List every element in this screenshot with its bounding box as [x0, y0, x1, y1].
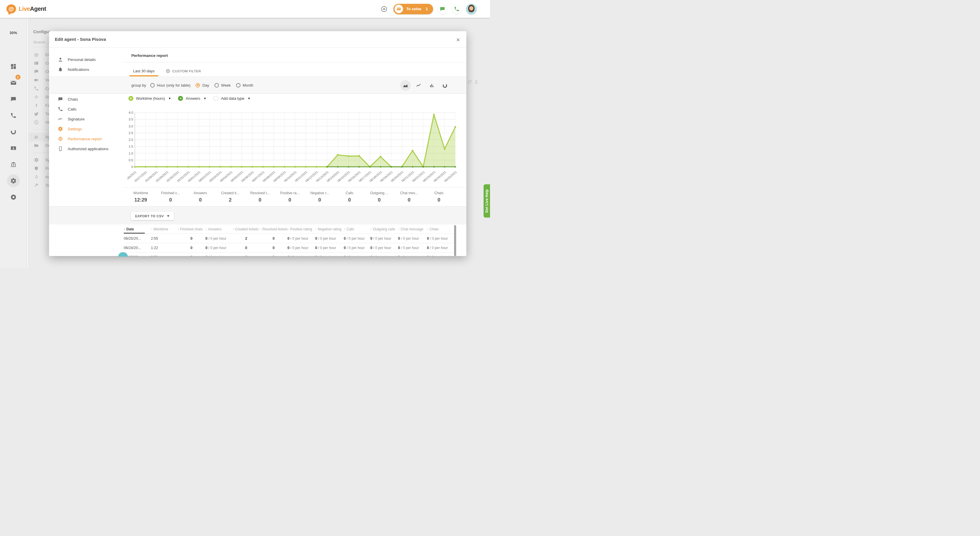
- sidebar-item-tickets[interactable]: 2: [7, 76, 20, 89]
- table-cell: 2: [232, 236, 260, 241]
- sidebar-item-starred[interactable]: [7, 191, 20, 203]
- modal-nav-item-authorized-applications[interactable]: Authorized applications: [49, 144, 123, 154]
- area-chart-icon: [403, 83, 408, 88]
- stat-outgoing: Outgoing ...0: [364, 191, 394, 203]
- phone-icon: [454, 6, 460, 12]
- legend-chip-answers[interactable]: ✕Answers▼: [178, 96, 206, 101]
- modal-nav-item-chats[interactable]: Chats: [49, 94, 123, 104]
- search-input[interactable]: Search ...: [33, 40, 49, 44]
- table-cell: 0 / 0 per hour: [344, 246, 370, 250]
- tab-last-30-days[interactable]: Last 30 days: [131, 66, 156, 76]
- table-cell: 0: [260, 236, 288, 241]
- chip-icon: [58, 136, 63, 141]
- table-cell: 0 / 0 per hour: [288, 255, 315, 256]
- column-header-answers[interactable]: ↕Answers: [205, 227, 232, 231]
- get-live-help-tab[interactable]: Get Live Help: [484, 184, 490, 217]
- table-row[interactable]: 06/25/20...2:5500 / 0 per hour200 / 0 pe…: [124, 233, 455, 243]
- modal-header: Edit agent - Sona Pisova ×: [49, 31, 466, 48]
- remove-series-icon[interactable]: ✕: [178, 96, 183, 101]
- table-row[interactable]: 06/23/20...3:5100 / 0 per hour000 / 0 pe…: [124, 252, 455, 256]
- column-header-finished-chats[interactable]: ↕Finished chats: [177, 227, 205, 231]
- add-series-icon[interactable]: [213, 96, 218, 101]
- svg-text:2.5: 2.5: [129, 131, 133, 135]
- stat-negative-r: Negative r...0: [305, 191, 334, 203]
- section-title: Performance report: [131, 53, 168, 58]
- stat-chats: Chats0: [424, 191, 454, 203]
- column-header-negative-rating[interactable]: ↕Negative rating: [315, 227, 344, 231]
- sort-icon: ↕: [288, 227, 289, 231]
- stat-worktime: Worktime12:29: [126, 191, 156, 203]
- liveagent-logo[interactable]: @ LiveAgent: [6, 5, 46, 13]
- group-by-month[interactable]: Month: [236, 83, 253, 87]
- export-to-csv-button[interactable]: EXPORT TO CSV▼: [131, 212, 174, 220]
- sidebar-item-reports[interactable]: [7, 125, 20, 138]
- column-header-created-tickets[interactable]: ↕Created tickets: [232, 227, 260, 231]
- svg-text:0: 0: [131, 165, 133, 168]
- column-header-chats[interactable]: ↕Chats: [427, 227, 452, 231]
- column-header-date[interactable]: ↓Date: [124, 227, 151, 231]
- card-icon: [34, 61, 39, 66]
- tab-custom-filter[interactable]: CUSTOM FILTER: [164, 66, 203, 76]
- to-solve-count: 1: [426, 7, 428, 11]
- svg-text:3.0: 3.0: [129, 125, 133, 128]
- divider: [123, 62, 466, 62]
- sidebar-item-customers[interactable]: [7, 142, 20, 155]
- table-cell: 0 / 0 per hour: [370, 246, 398, 250]
- remove-series-icon[interactable]: ✕: [129, 96, 134, 101]
- upload-icon[interactable]: [474, 79, 479, 86]
- mail-icon: [10, 79, 17, 86]
- group-by-label: group by: [131, 83, 146, 87]
- table-cell: 0: [260, 246, 288, 250]
- create-new-button[interactable]: [379, 4, 389, 14]
- sort-indicator: [124, 233, 145, 233]
- legend-chip-add-data-type[interactable]: Add data type▼: [213, 96, 250, 101]
- column-header-resolved-tickets[interactable]: ↕Resolved tickets: [260, 227, 288, 231]
- panel-scrollbar[interactable]: [27, 18, 28, 268]
- modal-nav-item-settings[interactable]: Settings: [49, 124, 123, 134]
- table-scrollbar[interactable]: [454, 225, 456, 256]
- line-chart-button[interactable]: [413, 80, 424, 91]
- table-cell: 0 / 0 per hour: [370, 236, 398, 241]
- modal-nav-item-notifications[interactable]: Notifications: [49, 65, 123, 75]
- column-header-chat-message[interactable]: ↕Chat message: [398, 227, 427, 231]
- sidebar-item-configuration[interactable]: [7, 174, 20, 187]
- user-avatar[interactable]: [466, 4, 477, 14]
- calls-quick-button[interactable]: [452, 4, 462, 14]
- performance-chart: 00.51.01.52.02.53.03.54.005/26/202105/27…: [127, 110, 457, 185]
- group-by-day[interactable]: Day: [196, 83, 209, 87]
- donut-chart-button[interactable]: [439, 80, 450, 91]
- column-header-outgoing-calls[interactable]: ↕Outgoing calls: [370, 227, 398, 231]
- modal-nav-item-calls[interactable]: Calls: [49, 104, 123, 114]
- close-icon[interactable]: ×: [454, 35, 462, 45]
- sidebar-item-dashboard[interactable]: [7, 60, 20, 73]
- table-cell: 0: [177, 246, 205, 250]
- column-header-positive-rating[interactable]: ↕Positive rating: [288, 227, 315, 231]
- sidebar-item-calls[interactable]: [7, 109, 20, 122]
- topbar: @ LiveAgent To solve 1: [0, 0, 490, 18]
- table-cell: 0 / 0 per hour: [315, 255, 344, 256]
- to-solve-button[interactable]: To solve 1: [393, 4, 433, 14]
- sort-icon: ↓: [124, 227, 125, 231]
- chats-quick-button[interactable]: [438, 4, 447, 14]
- bar-chart-button[interactable]: [426, 80, 437, 91]
- video-icon: [34, 78, 39, 82]
- chevron-down-icon: ▼: [168, 97, 171, 100]
- chart-type-switch: [400, 80, 450, 91]
- column-header-calls[interactable]: ↕Calls: [344, 227, 370, 231]
- svg-text:1.0: 1.0: [129, 152, 133, 155]
- refresh-icon[interactable]: [467, 79, 472, 86]
- sidebar-item-knowledge-base[interactable]: [7, 158, 20, 171]
- table-row[interactable]: 06/24/20...1:2200 / 0 per hour000 / 0 pe…: [124, 243, 455, 252]
- chat-icon: [58, 97, 63, 102]
- legend-chip-worktime-hours[interactable]: ✕Worktime (hours)▼: [129, 96, 171, 101]
- group-by-hour-only-for-table[interactable]: Hour (only for table): [150, 83, 191, 87]
- area-chart-button[interactable]: [400, 80, 410, 91]
- sidebar-item-chats[interactable]: [7, 93, 20, 106]
- area-chart-svg: 00.51.01.52.02.53.03.54.005/26/202105/27…: [127, 110, 457, 185]
- modal-nav-item-performance-report[interactable]: Performance report: [49, 134, 123, 144]
- group-by-week[interactable]: Week: [215, 83, 231, 87]
- modal-nav-item-personal-details[interactable]: Personal details: [49, 54, 123, 65]
- chart-legend: ✕Worktime (hours)▼✕Answers▼Add data type…: [129, 96, 250, 101]
- modal-nav-item-signature[interactable]: Signature: [49, 114, 123, 124]
- column-header-worktime[interactable]: ↕Worktime: [151, 227, 177, 231]
